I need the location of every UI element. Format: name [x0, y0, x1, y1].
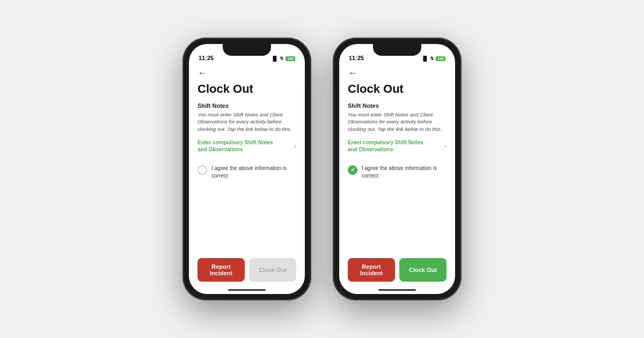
phone2-home-indicator	[378, 289, 416, 291]
phone1-battery: 100	[286, 56, 295, 61]
phone1-screen: 11:25 ▐▌ ↯ 100 ← Clock Out Shift Notes Y…	[189, 44, 305, 294]
scene: 11:25 ▐▌ ↯ 100 ← Clock Out Shift Notes Y…	[0, 0, 644, 338]
phone1-wrapper: 11:25 ▐▌ ↯ 100 ← Clock Out Shift Notes Y…	[182, 38, 311, 300]
phone1-signal-icon: ▐▌	[272, 56, 279, 61]
phone2-bottom-buttons: Report Incident Clock Out	[339, 253, 455, 288]
phone2-report-button[interactable]: Report Incident	[348, 258, 395, 282]
phone1-wifi-icon: ↯	[280, 56, 284, 61]
phone2-link-text[interactable]: Enter compulsory Shift Notes and Observa…	[348, 139, 434, 153]
phone2-chevron-icon: ›	[444, 142, 447, 150]
phone1-status-icons: ▐▌ ↯ 100	[272, 56, 295, 61]
phone1-home-indicator	[228, 289, 266, 291]
phone1-page-title: Clock Out	[197, 82, 296, 96]
phone1-back-button[interactable]: ←	[197, 68, 296, 79]
phone1-app-content: ← Clock Out Shift Notes You must enter S…	[189, 63, 305, 253]
phone2-back-button[interactable]: ←	[348, 68, 447, 79]
phone1-notch	[223, 44, 271, 56]
phone2-wifi-icon: ↯	[430, 56, 434, 61]
phone2-status-icons: ▐▌ ↯ 100	[422, 56, 445, 61]
phone2-link-row[interactable]: Enter compulsory Shift Notes and Observa…	[348, 137, 447, 155]
phone2-signal-icon: ▐▌	[422, 56, 429, 61]
phone1-checkbox-label: I agree the above information is correct	[211, 165, 296, 180]
phone1: 11:25 ▐▌ ↯ 100 ← Clock Out Shift Notes Y…	[182, 38, 311, 300]
phone2-checkbox[interactable]	[348, 165, 357, 175]
phone2-wrapper: 11:25 ▐▌ ↯ 100 ← Clock Out Shift Notes Y…	[333, 38, 462, 300]
phone2-shift-notes-desc: You must enter Shift Notes and Client Ob…	[348, 111, 447, 133]
phone2-screen: 11:25 ▐▌ ↯ 100 ← Clock Out Shift Notes Y…	[339, 44, 455, 294]
phone2-page-title: Clock Out	[348, 82, 447, 96]
phone1-link-text[interactable]: Enter compulsory Shift Notes and Observa…	[197, 139, 283, 153]
phone1-time: 11:25	[199, 55, 214, 61]
phone2-shift-notes-label: Shift Notes	[348, 102, 447, 109]
phone2-notch	[373, 44, 421, 56]
phone1-report-button[interactable]: Report Incident	[197, 258, 245, 282]
phone2-checkbox-row[interactable]: I agree the above information is correct	[348, 161, 447, 183]
phone2-battery: 100	[436, 56, 445, 61]
phone1-link-row[interactable]: Enter compulsory Shift Notes and Observa…	[197, 137, 296, 155]
phone1-clock-out-button: Clock Out	[249, 258, 296, 282]
phone2: 11:25 ▐▌ ↯ 100 ← Clock Out Shift Notes Y…	[333, 38, 462, 300]
phone2-clock-out-button[interactable]: Clock Out	[399, 258, 447, 282]
phone1-bottom-buttons: Report Incident Clock Out	[189, 253, 305, 288]
phone1-shift-notes-desc: You must enter Shift Notes and Client Ob…	[197, 111, 296, 133]
phone1-chevron-icon: ›	[294, 142, 296, 150]
phone1-checkbox[interactable]	[197, 165, 207, 175]
phone1-checkbox-row[interactable]: I agree the above information is correct	[197, 161, 296, 183]
phone1-shift-notes-label: Shift Notes	[197, 102, 296, 109]
phone2-time: 11:25	[349, 55, 364, 61]
phone2-app-content: ← Clock Out Shift Notes You must enter S…	[339, 63, 455, 253]
phone2-checkbox-label: I agree the above information is correct	[362, 165, 447, 180]
